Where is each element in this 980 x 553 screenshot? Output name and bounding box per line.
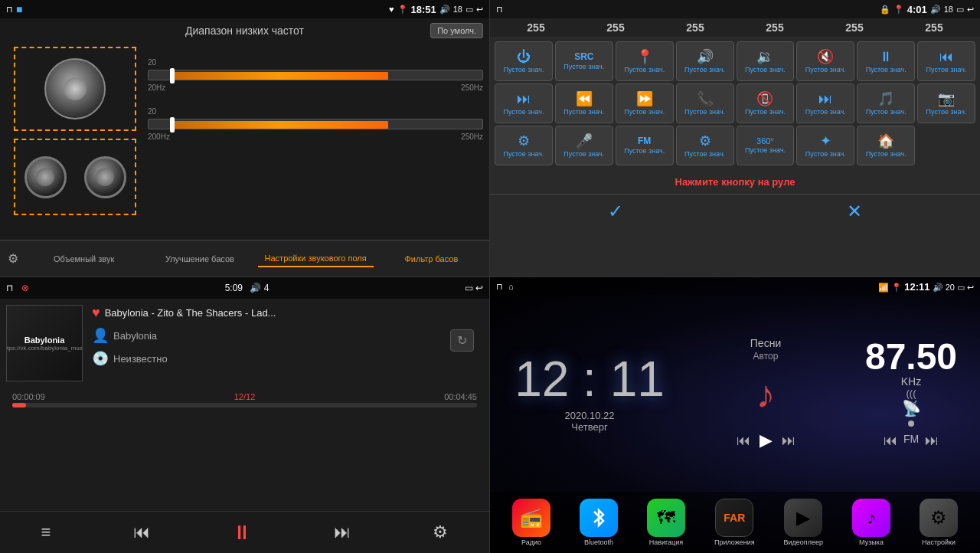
button-grid: ⏻ Пустое знач. SRC Пустое знач. 📍 Пустое… xyxy=(490,37,980,170)
nav-icon-br[interactable]: ⌂ xyxy=(508,282,514,291)
btn-gear[interactable]: ⚙ Пустое знач. xyxy=(676,126,734,165)
slider1-top-label: 20 xyxy=(148,58,483,67)
app-navigation[interactable]: 🗺 Навигация xyxy=(647,499,685,546)
playlist-button[interactable]: ≡ xyxy=(34,519,59,545)
progress-bar[interactable] xyxy=(12,403,477,407)
music-play-btn[interactable]: ▶ xyxy=(760,430,773,450)
app-music[interactable]: ♪ Музыка xyxy=(852,499,890,546)
status-left-tr: ⊓ xyxy=(496,5,503,15)
radio-next-btn[interactable]: ⏭ xyxy=(925,433,939,449)
btn-camera[interactable]: 📷 Пустое знач. xyxy=(917,83,975,123)
btn-mic[interactable]: 🎤 Пустое знач. xyxy=(555,126,613,165)
eq-button[interactable]: ⚙ xyxy=(425,519,456,545)
btn-fm[interactable]: FM Пустое знач. xyxy=(616,126,674,165)
btn-vol-down[interactable]: 🔉 Пустое знач. xyxy=(737,41,795,81)
tab-bass-filter[interactable]: Фильтр басов xyxy=(374,251,489,267)
pin-icon-tl: 📍 xyxy=(397,5,408,15)
tab-icon-eq[interactable]: ⚙ xyxy=(0,248,26,269)
app-apps[interactable]: FAR Приложения xyxy=(714,499,755,546)
btn-settings[interactable]: ⚙ Пустое знач. xyxy=(495,126,553,165)
cancel-button[interactable]: ✕ xyxy=(847,201,862,222)
music-prev-btn[interactable]: ⏮ xyxy=(737,433,750,449)
radio-app-icon: 📻 xyxy=(512,499,550,537)
album-art-inner: Babylonia https://vk.com/babylonia_music xyxy=(7,306,82,381)
tab-bass-boost[interactable]: Улучшение басов xyxy=(142,251,257,267)
back-br[interactable]: ↩ xyxy=(967,283,974,292)
player-controls: ≡ ⏮ ⏸ ⏭ ⚙ xyxy=(0,511,489,553)
status-left-tl: ⊓ ■ xyxy=(6,3,22,15)
sliders-container: 20 20Hz 250Hz 20 200Hz 2 xyxy=(148,43,483,141)
album-line: 💿 Неизвестно xyxy=(92,350,483,367)
radio-prev-btn[interactable]: ⏮ xyxy=(884,433,897,449)
btn-call-end-label: Пустое знач. xyxy=(745,109,786,116)
btn-call-accept[interactable]: 📞 Пустое знач. xyxy=(676,83,734,123)
btn-src[interactable]: SRC Пустое знач. xyxy=(555,41,613,81)
settings-app-label: Настройки xyxy=(922,538,956,546)
prev-button[interactable]: ⏮ xyxy=(126,519,158,545)
confirm-button[interactable]: ✓ xyxy=(608,201,623,222)
btn-gps-label: Пустое знач. xyxy=(624,67,665,74)
app-radio[interactable]: 📻 Радио xyxy=(512,499,550,546)
btn-pause[interactable]: ⏸ Пустое знач. xyxy=(857,41,915,81)
bluetooth-app-icon xyxy=(580,499,618,537)
tab-surround[interactable]: Объемный звук xyxy=(26,251,142,267)
btn-call-end[interactable]: 📵 Пустое знач. xyxy=(737,83,795,123)
progress-fill xyxy=(12,403,26,407)
next-button[interactable]: ⏭ xyxy=(326,519,358,545)
clock-area: 12 : 11 2020.10.22 Четверг xyxy=(490,296,689,492)
call-accept-icon: 📞 xyxy=(697,90,714,107)
btn-fwd[interactable]: ⏩ Пустое знач. xyxy=(616,83,674,123)
back-icon-tl[interactable]: ↩ xyxy=(476,5,483,15)
pin-icon-br: 📍 xyxy=(891,283,902,292)
time-tr: 4:01 xyxy=(907,4,927,15)
gps-icon: 📍 xyxy=(636,48,653,65)
btn-gps[interactable]: 📍 Пустое знач. xyxy=(616,41,674,81)
btn-mute[interactable]: 🔇 Пустое знач. xyxy=(796,41,854,81)
music-app-icon: ♪ xyxy=(852,499,890,537)
preset-button[interactable]: По умолч. xyxy=(430,23,483,38)
home-icon-bl[interactable]: ⊓ xyxy=(6,283,13,293)
home-icon-br[interactable]: ⊓ xyxy=(496,282,503,291)
battery-icon-tl: ▭ xyxy=(466,5,473,15)
ch-num-6: 255 xyxy=(925,21,942,34)
btn-bt[interactable]: ✦ Пустое знач. xyxy=(796,126,854,165)
app-bluetooth[interactable]: Bluetooth xyxy=(580,499,618,546)
btn-prev-track[interactable]: ⏮ Пустое знач. xyxy=(917,41,975,81)
btn-vol-up[interactable]: 🔊 Пустое знач. xyxy=(676,41,734,81)
ch-num-5: 255 xyxy=(845,21,863,34)
status-right-br: 📶 📍 12:11 🔊 20 ▭ ↩ xyxy=(878,281,974,293)
status-left-br: ⊓ ⌂ xyxy=(496,282,514,292)
artist-name: Babylonia xyxy=(113,330,157,342)
btn-power[interactable]: ⏻ Пустое знач. xyxy=(495,41,553,81)
music-next-btn[interactable]: ⏭ xyxy=(782,433,795,449)
favorite-icon[interactable]: ♥ xyxy=(92,305,100,321)
btn-mic-label: Пустое знач. xyxy=(564,151,604,159)
btn-skip-fwd[interactable]: ⏭ Пустое знач. xyxy=(796,83,854,123)
btn-next-track[interactable]: ⏭ Пустое знач. xyxy=(495,83,553,123)
home-main: 12 : 11 2020.10.22 Четверг Песни Автор ♪… xyxy=(490,296,980,492)
battery-bl: ▭ xyxy=(465,283,473,293)
pause-button[interactable]: ⏸ xyxy=(224,518,260,548)
btn-rew[interactable]: ⏪ Пустое знач. xyxy=(555,83,613,123)
home-icon-tl[interactable]: ⊓ xyxy=(6,5,13,15)
repeat-button[interactable]: ↻ xyxy=(450,329,474,352)
steering-prompt: Нажмите кнопку на руле xyxy=(490,170,980,194)
btn-note[interactable]: 🎵 Пустое знач. xyxy=(857,83,915,123)
btn-360[interactable]: 360° Пустое знач. xyxy=(737,126,795,165)
app-video[interactable]: ▶ Видеоплеер xyxy=(784,499,823,546)
video-app-label: Видеоплеер xyxy=(784,538,823,546)
home-clock: 12 : 11 xyxy=(514,355,665,404)
app-settings[interactable]: ⚙ Настройки xyxy=(920,499,958,546)
btn-mute-label: Пустое знач. xyxy=(805,67,846,74)
speaker-right xyxy=(84,156,126,198)
album-name: Неизвестно xyxy=(113,353,168,365)
slider1-track[interactable] xyxy=(148,70,483,80)
back-icon-tr[interactable]: ↩ xyxy=(967,5,974,15)
back-bl[interactable]: ↩ xyxy=(475,283,483,293)
btn-home[interactable]: 🏠 Пустое знач. xyxy=(857,126,915,165)
slider2-track[interactable] xyxy=(148,119,483,129)
tab-sound-field[interactable]: Настройки звукового поля xyxy=(258,250,374,267)
close-icon-bl[interactable]: ⊗ xyxy=(21,283,29,293)
steering-wheel-panel: ⊓ 🔒 📍 4:01 🔊 18 ▭ ↩ 255 255 255 255 255 … xyxy=(490,0,980,277)
home-icon-tr[interactable]: ⊓ xyxy=(496,5,503,15)
